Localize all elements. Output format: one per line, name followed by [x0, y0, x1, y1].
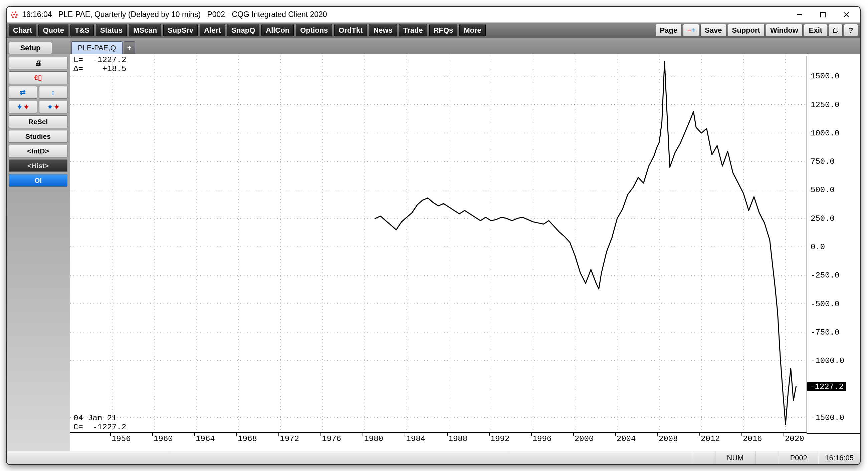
y-tick: -250.0	[811, 271, 839, 280]
support-button[interactable]: Support	[728, 24, 765, 36]
title-symbol: PLE-PAE, Quarterly (Delayed by 10 mins)	[58, 10, 201, 19]
status-numlock: NUM	[715, 451, 755, 464]
toolbar-allcon[interactable]: AllCon	[261, 24, 294, 36]
x-tick: 2016	[743, 434, 762, 443]
y-tick: 250.0	[811, 214, 835, 223]
toolbar-rfqs[interactable]: RFQs	[429, 24, 458, 36]
y-tick: -750.0	[811, 328, 839, 337]
x-tick: 1992	[490, 434, 510, 443]
grid-a-button[interactable]: ✦✦	[9, 101, 37, 113]
status-empty2	[755, 451, 778, 464]
chart-readout-bottom: 04 Jan 21 C= -1227.2	[73, 414, 126, 432]
y-tick: 750.0	[811, 157, 835, 166]
toolbar-t-s[interactable]: T&S	[70, 24, 94, 36]
print-button[interactable]: 🖨	[9, 57, 67, 69]
toolbar-mscan[interactable]: MScan	[129, 24, 161, 36]
x-tick: 1968	[238, 434, 257, 443]
y-tick: 1250.0	[811, 100, 839, 109]
x-tick: 1972	[280, 434, 299, 443]
x-tick: 2000	[575, 434, 594, 443]
y-tick: 1000.0	[811, 128, 839, 137]
close-button[interactable]	[835, 7, 858, 22]
svg-rect-1	[820, 12, 825, 17]
x-tick: 1960	[154, 434, 173, 443]
spread-up-button[interactable]: ⇄	[9, 86, 37, 99]
toolbar-chart[interactable]: Chart	[9, 24, 36, 36]
studies-button[interactable]: Studies	[9, 130, 67, 143]
toolbar-more[interactable]: More	[459, 24, 486, 36]
y-axis: 1500.01250.01000.0750.0500.0250.00.0-250…	[807, 56, 860, 432]
window-button[interactable]: Window	[766, 24, 803, 36]
y-tick: 500.0	[811, 186, 835, 195]
title-clock: 16:16:04	[22, 10, 52, 19]
toolbar-trade[interactable]: Trade	[399, 24, 427, 36]
y-current-value: -1227.2	[807, 382, 846, 391]
maximize-button[interactable]	[811, 7, 835, 22]
help-button[interactable]: ?	[844, 24, 858, 36]
app-icon	[10, 10, 19, 19]
x-tick: 1996	[532, 434, 552, 443]
title-bar: 16:16:04 PLE-PAE, Quarterly (Delayed by …	[7, 7, 860, 23]
page-style-button[interactable]: −+	[683, 24, 699, 36]
toolbar-snapq[interactable]: SnapQ	[227, 24, 259, 36]
toolbar-supsrv[interactable]: SupSrv	[163, 24, 198, 36]
x-tick: 1988	[448, 434, 468, 443]
grid-b-button[interactable]: ✦✦	[39, 101, 67, 113]
euro-toggle-button[interactable]: €▯	[9, 71, 67, 84]
save-button[interactable]: Save	[701, 24, 726, 36]
x-tick: 1980	[364, 434, 383, 443]
side-toolbar: Setup 🖨 €▯ ⇄ ↕ ✦✦ ✦✦ ReScl Studies <IntD…	[7, 38, 70, 451]
open-interest-button[interactable]: OI	[9, 174, 67, 187]
page-tabs: PLE-PAE,Q +	[70, 38, 860, 54]
intraday-button[interactable]: <IntD>	[9, 145, 67, 158]
status-clock: 16:16:05	[818, 451, 860, 464]
main-toolbar: ChartQuoteT&SStatusMScanSupSrvAlertSnapQ…	[7, 23, 860, 38]
side-gutter	[7, 190, 70, 451]
y-tick: -1000.0	[811, 356, 844, 365]
x-tick: 1964	[196, 434, 215, 443]
y-tick: -500.0	[811, 299, 839, 308]
toolbar-options[interactable]: Options	[296, 24, 332, 36]
toolbar-news[interactable]: News	[369, 24, 397, 36]
page-tab-active[interactable]: PLE-PAE,Q	[71, 41, 123, 54]
historical-button[interactable]: <Hist>	[9, 160, 67, 172]
status-page: P002	[778, 451, 818, 464]
x-axis: 1956196019641968197219761980198419881992…	[70, 432, 807, 451]
toolbar-alert[interactable]: Alert	[199, 24, 225, 36]
y-tick: 1500.0	[811, 72, 839, 81]
status-bar: NUM P002 16:16:05	[7, 451, 860, 464]
add-tab-button[interactable]: +	[124, 41, 135, 54]
y-tick: 0.0	[811, 242, 825, 251]
toolbar-ordtkt[interactable]: OrdTkt	[334, 24, 367, 36]
chart-readout-top: L= -1227.2 Δ= +18.5	[73, 55, 126, 73]
x-tick: 2008	[659, 434, 678, 443]
title-app: P002 - CQG Integrated Client 2020	[207, 10, 327, 19]
exit-button[interactable]: Exit	[804, 24, 827, 36]
status-empty	[692, 451, 715, 464]
toolbar-status[interactable]: Status	[96, 24, 127, 36]
y-tick: -1500.0	[811, 413, 844, 422]
x-tick: 2020	[785, 434, 804, 443]
spread-down-button[interactable]: ↕	[39, 86, 67, 99]
x-tick: 2004	[617, 434, 636, 443]
x-tick: 1984	[406, 434, 425, 443]
x-tick: 2012	[701, 434, 720, 443]
minimize-button[interactable]	[788, 7, 811, 22]
x-tick: 1976	[322, 434, 341, 443]
setup-button[interactable]: Setup	[9, 42, 52, 54]
chart-area[interactable]: 1500.01250.01000.0750.0500.0250.00.0-250…	[70, 54, 860, 451]
page-button[interactable]: Page	[656, 24, 682, 36]
svg-rect-5	[833, 29, 837, 33]
restore-window-button[interactable]	[829, 24, 843, 36]
toolbar-quote[interactable]: Quote	[38, 24, 68, 36]
printer-icon: 🖨	[35, 59, 42, 67]
rescale-button[interactable]: ReScl	[9, 115, 67, 128]
x-tick: 1956	[112, 434, 131, 443]
